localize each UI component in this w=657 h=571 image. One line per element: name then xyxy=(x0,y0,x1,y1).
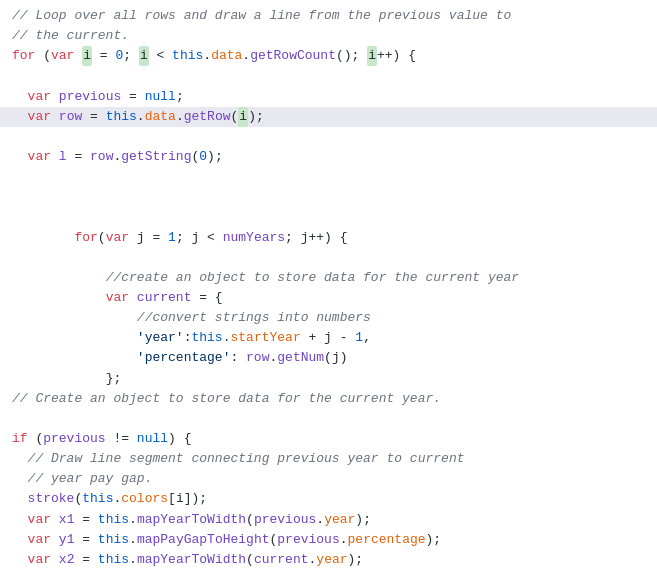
line-17-year-key: 'year' xyxy=(137,328,184,348)
line-6-indent xyxy=(12,107,28,127)
line-28-var: var xyxy=(28,550,51,570)
line-18-indent xyxy=(12,348,137,368)
code-line-1: // Loop over all rows and draw a line fr… xyxy=(0,6,657,26)
code-line-25: stroke ( this . colors [i]); xyxy=(0,489,657,509)
line-23-text: // Draw line segment connecting previous… xyxy=(28,449,465,469)
line-6-openparen: ( xyxy=(231,107,239,127)
line-28-dot: . xyxy=(129,550,137,570)
line-27-space xyxy=(51,530,59,550)
line-26-var: var xyxy=(28,510,51,530)
line-26-eq: = xyxy=(74,510,97,530)
code-line-15: var current = { xyxy=(0,288,657,308)
line-22-paren: ( xyxy=(28,429,44,449)
line-26-mapyear: mapYearToWidth xyxy=(137,510,246,530)
line-5-semi: ; xyxy=(176,87,184,107)
line-14-indent xyxy=(12,268,106,288)
line-8-eq: = xyxy=(67,147,90,167)
line-3-dot1: . xyxy=(203,46,211,66)
line-12-indent xyxy=(12,228,74,248)
code-line-7 xyxy=(0,127,657,147)
line-12-rest: ; j++) { xyxy=(285,228,347,248)
line-27-close: ); xyxy=(426,530,442,550)
line-18-getnum: getNum xyxy=(277,348,324,368)
line-6-row: row xyxy=(59,107,82,127)
line-16-text: //convert strings into numbers xyxy=(137,308,371,328)
line-28-this: this xyxy=(98,550,129,570)
line-15-var: var xyxy=(106,288,129,308)
line-17-indent xyxy=(12,328,137,348)
line-18-row: row xyxy=(246,348,269,368)
line-27-this: this xyxy=(98,530,129,550)
line-5-space xyxy=(51,87,59,107)
line-17-one: 1 xyxy=(355,328,363,348)
line-3-zero: 0 xyxy=(115,46,123,66)
line-26-x1: x1 xyxy=(59,510,75,530)
line-1-text: // Loop over all rows and draw a line fr… xyxy=(12,6,511,26)
line-27-mappaygap: mapPayGapToHeight xyxy=(137,530,270,550)
code-line-23: // Draw line segment connecting previous… xyxy=(0,449,657,469)
code-line-19: }; xyxy=(0,369,657,389)
line-28-space xyxy=(51,550,59,570)
line-27-eq: = xyxy=(74,530,97,550)
line-25-dot: . xyxy=(113,489,121,509)
line-22-previous: previous xyxy=(43,429,105,449)
code-line-8: var l = row . getString ( 0 ); xyxy=(0,147,657,167)
code-line-5: var previous = null ; xyxy=(0,87,657,107)
line-6-var: var xyxy=(28,107,51,127)
line-12-one: 1 xyxy=(168,228,176,248)
line-6-space xyxy=(51,107,59,127)
line-5-previous: previous xyxy=(59,87,121,107)
line-8-var: var xyxy=(28,147,51,167)
code-line-14: //create an object to store data for the… xyxy=(0,268,657,288)
line-28-current: current xyxy=(254,550,309,570)
line-15-eq: = { xyxy=(191,288,222,308)
line-27-dot2: . xyxy=(340,530,348,550)
line-27-paren: ( xyxy=(270,530,278,550)
line-8-space xyxy=(51,147,59,167)
line-26-this: this xyxy=(98,510,129,530)
line-27-y1: y1 xyxy=(59,530,75,550)
line-18-args: (j) xyxy=(324,348,347,368)
line-14-text: //create an object to store data for the… xyxy=(106,268,519,288)
line-3-i3: i xyxy=(367,46,377,66)
line-15-space xyxy=(129,288,137,308)
code-line-28: var x2 = this . mapYearToWidth ( current… xyxy=(0,550,657,570)
code-line-27: var y1 = this . mapPayGapToHeight ( prev… xyxy=(0,530,657,550)
line-17-startyear: startYear xyxy=(230,328,300,348)
line-15-current: current xyxy=(137,288,192,308)
line-3-inc: ++) { xyxy=(377,46,416,66)
line-26-paren: ( xyxy=(246,510,254,530)
line-8-row: row xyxy=(90,147,113,167)
line-3-this: this xyxy=(172,46,203,66)
code-line-16: //convert strings into numbers xyxy=(0,308,657,328)
code-line-4 xyxy=(0,66,657,86)
line-28-eq: = xyxy=(74,550,97,570)
line-16-indent xyxy=(12,308,137,328)
line-28-paren: ( xyxy=(246,550,254,570)
code-line-3: for ( var i = 0 ; i < this . data . getR… xyxy=(0,46,657,66)
line-26-prev: previous xyxy=(254,510,316,530)
code-line-11 xyxy=(0,207,657,227)
line-28-year: year xyxy=(316,550,347,570)
code-editor: // Loop over all rows and draw a line fr… xyxy=(0,0,657,571)
line-25-stroke: stroke xyxy=(28,489,75,509)
line-24-indent xyxy=(12,469,28,489)
line-6-dot2: . xyxy=(176,107,184,127)
line-6-data: data xyxy=(145,107,176,127)
line-17-colon: : xyxy=(184,328,192,348)
line-2-text: // the current. xyxy=(12,26,129,46)
line-8-dot: . xyxy=(113,147,121,167)
line-25-bracket: [i]); xyxy=(168,489,207,509)
line-22-neq: != xyxy=(106,429,137,449)
line-25-this: this xyxy=(82,489,113,509)
line-3-i2: i xyxy=(139,46,149,66)
line-15-indent xyxy=(12,288,106,308)
line-8-l: l xyxy=(59,147,67,167)
line-24-text: // year pay gap. xyxy=(28,469,153,489)
line-5-null: null xyxy=(145,87,176,107)
line-25-paren: ( xyxy=(74,489,82,509)
line-4-text xyxy=(12,66,20,86)
line-27-prev: previous xyxy=(277,530,339,550)
line-25-colors: colors xyxy=(121,489,168,509)
line-3-getrowcount: getRowCount xyxy=(250,46,336,66)
